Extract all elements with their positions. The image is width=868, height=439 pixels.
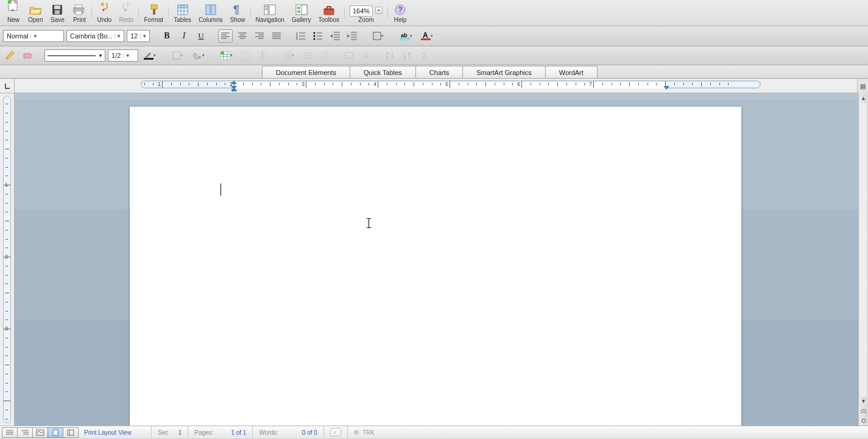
columns-button[interactable]: Columns: [196, 0, 225, 26]
dropdown-arrow-icon[interactable]: ▼: [123, 53, 132, 59]
font-color-button[interactable]: A▾: [418, 29, 436, 43]
browse-prev-button[interactable]: [859, 407, 868, 416]
zoom-value[interactable]: 164%: [350, 5, 373, 16]
style-value: Normal: [7, 32, 28, 40]
shading-button[interactable]: ▾: [189, 49, 208, 62]
tab-wordart[interactable]: WordArt: [545, 66, 598, 78]
align-center-button[interactable]: [235, 29, 250, 43]
dist-cols-icon: [320, 51, 329, 60]
dropdown-arrow-icon[interactable]: ▾: [230, 53, 233, 58]
zoom-button[interactable]: 164% ▾ Zoom: [347, 0, 385, 26]
pen-color-icon: [144, 51, 153, 60]
show-button[interactable]: ¶ Show: [228, 0, 248, 26]
dropdown-arrow-icon[interactable]: ▾: [202, 53, 205, 58]
save-button[interactable]: Save: [48, 0, 67, 26]
dropdown-arrow-icon[interactable]: ▼: [115, 34, 122, 39]
scroll-track[interactable]: [860, 103, 867, 396]
mouse-ibeam-cursor: [369, 218, 369, 228]
horizontal-ruler[interactable]: 1234567: [15, 79, 868, 93]
numbered-list-button[interactable]: 123: [294, 29, 308, 43]
dropdown-arrow-icon[interactable]: ▼: [98, 53, 103, 59]
help-button[interactable]: ? Help: [390, 0, 410, 26]
dropdown-arrow-icon[interactable]: ▾: [12, 8, 14, 13]
track-changes-button[interactable]: TRK: [347, 426, 381, 438]
status-bar: Print Layout View Sec1 Pages:1 of 1 Word…: [0, 426, 868, 438]
font-size-value: 12: [130, 32, 138, 40]
font-combo[interactable]: Cambria (Bo…▼: [66, 30, 124, 42]
tab-selector[interactable]: [0, 79, 15, 93]
format-button[interactable]: Format: [141, 0, 166, 26]
align-right-button[interactable]: [252, 29, 267, 43]
bold-icon: B: [164, 31, 169, 41]
navigation-button[interactable]: Navigation: [253, 0, 287, 26]
ribbon-collapse-button[interactable]: ▤: [857, 79, 868, 93]
svg-rect-8: [151, 5, 157, 9]
italic-button[interactable]: I: [177, 29, 191, 43]
open-button[interactable]: Open: [26, 0, 45, 26]
insert-table-button[interactable]: ▾: [217, 49, 236, 62]
cell-align-icon: [283, 51, 292, 60]
vertical-ruler[interactable]: 123: [0, 93, 15, 426]
section-indicator[interactable]: Sec1: [151, 426, 188, 438]
fill-bucket-icon: [192, 51, 202, 60]
underline-button[interactable]: U: [194, 29, 208, 43]
align-left-button[interactable]: [218, 29, 233, 43]
dropdown-arrow-icon[interactable]: ▼: [140, 34, 148, 39]
vertical-scrollbar[interactable]: ▲ ▼: [858, 93, 868, 426]
document-canvas[interactable]: [15, 93, 858, 426]
bullet-list-button[interactable]: [311, 29, 325, 43]
draw-table-button[interactable]: [3, 49, 18, 62]
dropdown-arrow-icon[interactable]: ▾: [381, 34, 384, 38]
dropdown-arrow-icon[interactable]: ▾: [102, 8, 105, 13]
print-button[interactable]: Print: [69, 0, 89, 26]
publishing-view-button[interactable]: [32, 427, 48, 438]
outline-view-button[interactable]: [17, 427, 33, 438]
dropdown-arrow-icon: ▾: [181, 53, 183, 58]
dropdown-arrow-icon[interactable]: ▾: [410, 34, 412, 38]
tab-smartart[interactable]: SmartArt Graphics: [462, 66, 545, 78]
browse-object-button[interactable]: [859, 416, 868, 426]
page[interactable]: [130, 107, 741, 426]
font-size-combo[interactable]: 12▼: [127, 30, 150, 42]
print-layout-view-button[interactable]: [48, 427, 63, 438]
format-paint-icon: [146, 3, 161, 16]
words-indicator[interactable]: Words:0 of 0: [252, 426, 323, 438]
left-indent-marker[interactable]: [231, 89, 236, 91]
tab-quick-tables[interactable]: Quick Tables: [350, 66, 416, 78]
svg-text:A: A: [386, 51, 389, 55]
pages-indicator[interactable]: Pages:1 of 1: [188, 426, 252, 438]
tab-document-elements[interactable]: Document Elements: [262, 66, 350, 78]
decrease-indent-button[interactable]: [328, 29, 342, 43]
eraser-button[interactable]: [20, 49, 35, 62]
sort-desc-icon: ZA: [403, 51, 412, 60]
new-button[interactable]: ▾ New: [4, 0, 23, 26]
zoom-dropdown-icon[interactable]: ▾: [375, 7, 383, 14]
dropdown-arrow-icon[interactable]: ▾: [431, 34, 433, 38]
notebook-view-button[interactable]: [63, 427, 79, 438]
redo-label: Redo: [119, 17, 134, 24]
draft-view-button[interactable]: [2, 427, 18, 438]
font-value: Cambria (Bo…: [70, 32, 112, 40]
tables-button[interactable]: Tables: [171, 0, 194, 26]
line-style-combo[interactable]: ▼: [44, 49, 105, 62]
scroll-down-arrow[interactable]: ▼: [859, 396, 868, 406]
gallery-button[interactable]: Gallery: [289, 0, 314, 26]
spell-check-button[interactable]: ✓: [323, 426, 347, 438]
right-indent-marker[interactable]: [663, 86, 669, 90]
dropdown-arrow-icon[interactable]: ▼: [30, 34, 39, 39]
border-color-button[interactable]: ▾: [141, 49, 159, 62]
toolbox-button[interactable]: Toolbox: [316, 0, 341, 26]
borders-button[interactable]: ▾: [369, 29, 387, 43]
bold-button[interactable]: B: [160, 29, 174, 43]
line-weight-combo[interactable]: 1/2▼: [108, 49, 138, 62]
undo-button[interactable]: ▾ Undo: [94, 0, 114, 26]
align-justify-button[interactable]: [269, 29, 284, 43]
notebook-view-icon: [66, 429, 75, 436]
first-line-indent-marker[interactable]: [231, 80, 237, 84]
tab-charts[interactable]: Charts: [415, 66, 463, 78]
increase-indent-button[interactable]: [345, 29, 359, 43]
style-combo[interactable]: Normal▼: [3, 30, 64, 42]
highlight-button[interactable]: ab▾: [397, 29, 415, 43]
dropdown-arrow-icon[interactable]: ▾: [153, 53, 156, 58]
scroll-up-arrow[interactable]: ▲: [859, 93, 868, 103]
